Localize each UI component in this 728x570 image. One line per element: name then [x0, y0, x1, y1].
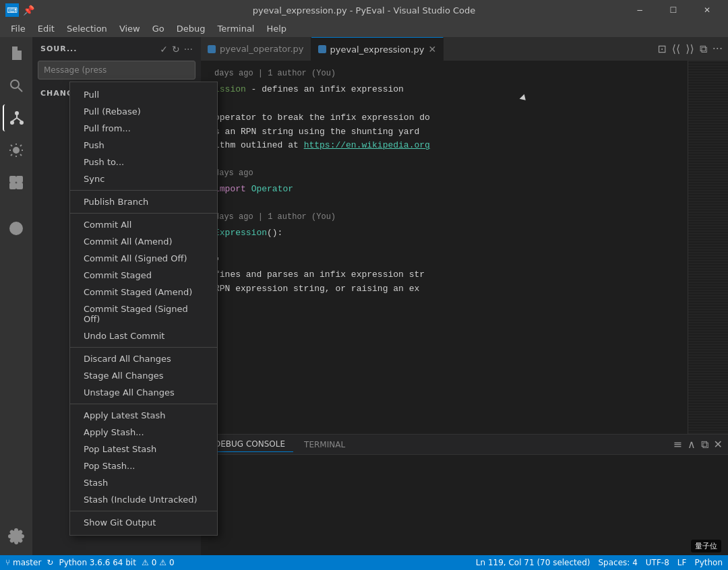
activity-extensions[interactable] — [3, 169, 30, 196]
split-view-icon[interactable]: ⧉ — [700, 42, 707, 55]
menu-item-push[interactable]: Push — [70, 137, 217, 154]
menu-item-push-to[interactable]: Push to... — [70, 154, 217, 170]
menu-item-commit-staged-signed[interactable]: Commit Staged (Signed Off) — [70, 300, 217, 327]
menu-item-sync[interactable]: Sync — [70, 170, 217, 187]
activity-debug[interactable] — [3, 137, 30, 164]
close-button[interactable]: ✕ — [692, 0, 723, 20]
menu-edit[interactable]: Edit — [32, 22, 60, 35]
menu-item-show-git-output[interactable]: Show Git Output — [70, 514, 217, 531]
terminal-panel: DEBUG CONSOLE TERMINAL ≡ ∧ ⧉ ✕ — [201, 434, 728, 555]
menu-selection[interactable]: Selection — [61, 22, 113, 35]
line-ending[interactable]: LF — [677, 558, 687, 567]
code-area: days ago | 1 author (You) ission - defin… — [201, 61, 728, 434]
tab-pyeval-operator[interactable]: pyeval_operator.py — [201, 37, 311, 61]
filter-icon[interactable]: ≡ — [673, 438, 681, 451]
split-terminal-icon[interactable]: ⧉ — [701, 438, 708, 451]
vscode-logo: ⌨ — [5, 3, 19, 17]
svg-rect-9 — [10, 177, 16, 182]
error-text: 0 — [152, 558, 157, 567]
menu-item-publish-branch[interactable]: Publish Branch — [70, 193, 217, 210]
activity-bar — [0, 37, 32, 555]
indentation[interactable]: Spaces: 4 — [599, 558, 638, 567]
encoding[interactable]: UTF-8 — [646, 558, 669, 567]
sidebar-title: SOUR... — [40, 44, 77, 53]
menu-item-stash-include-untracked[interactable]: Stash (Include Untracked) — [70, 491, 217, 508]
language-text: Python — [694, 558, 723, 567]
menu-debug[interactable]: Debug — [171, 22, 211, 35]
tab-terminal[interactable]: TERMINAL — [296, 437, 353, 452]
navigate-back-icon[interactable]: ⟨⟨ — [672, 42, 680, 55]
menu-item-commit-all-amend[interactable]: Commit All (Amend) — [70, 233, 217, 250]
refresh-icon[interactable]: ↻ — [172, 44, 180, 55]
menu-section-stash: Apply Latest Stash Apply Stash... Pop La… — [70, 404, 217, 509]
message-placeholder: Message (press — [44, 65, 107, 75]
tab-label-expression: pyeval_expression.py — [330, 44, 425, 55]
svg-line-1 — [18, 88, 22, 92]
menu-item-pop-stash[interactable]: Pop Stash... — [70, 457, 217, 474]
activity-git[interactable] — [3, 104, 30, 131]
menu-item-commit-all-signed[interactable]: Commit All (Signed Off) — [70, 250, 217, 267]
menu-item-apply-latest-stash[interactable]: Apply Latest Stash — [70, 407, 217, 424]
svg-line-6 — [12, 118, 17, 121]
menu-file[interactable]: File — [5, 22, 31, 35]
menu-section-output: Show Git Output — [70, 511, 217, 532]
error-icon: ⚠ — [142, 558, 149, 567]
sidebar-header: SOUR... ✓ ↻ ··· — [32, 37, 201, 61]
code-line-2: operator to break the infix expression d… — [214, 111, 674, 125]
pin-icon: 📌 — [23, 5, 34, 15]
menu-go[interactable]: Go — [147, 22, 170, 35]
window-title: pyeval_expression.py - PyEval - Visual S… — [253, 5, 476, 15]
terminal-tabs-bar: DEBUG CONSOLE TERMINAL ≡ ∧ ⧉ ✕ — [201, 435, 728, 455]
menu-item-apply-stash[interactable]: Apply Stash... — [70, 424, 217, 441]
split-editor-icon[interactable]: ⊡ — [657, 42, 666, 55]
error-count[interactable]: ⚠ 0 ⚠ 0 — [142, 558, 175, 567]
activity-search[interactable] — [3, 72, 30, 99]
menu-help[interactable]: Help — [261, 22, 292, 35]
python-version[interactable]: Python 3.6.6 64 bit — [59, 558, 136, 567]
commit-message-input[interactable]: Message (press — [38, 61, 195, 80]
blame-line-2: days ago — [214, 167, 674, 180]
menu-item-pull-rebase[interactable]: Pull (Rebase) — [70, 103, 217, 120]
tab-label-operator: pyeval_operator.py — [220, 44, 304, 54]
close-panel-icon[interactable]: ✕ — [714, 438, 723, 451]
code-line-3: s an RPN string using the shunting yard — [214, 125, 674, 139]
menu-item-undo-last-commit[interactable]: Undo Last Commit — [70, 327, 217, 344]
collapse-icon[interactable]: ∧ — [688, 438, 696, 451]
menu-item-pull-from[interactable]: Pull from... — [70, 120, 217, 137]
code-line-7: " — [214, 255, 674, 269]
terminal-content[interactable] — [201, 455, 728, 555]
status-left: ⑂ master ↻ Python 3.6.6 64 bit ⚠ 0 ⚠ 0 — [5, 558, 175, 567]
menu-item-stage-all[interactable]: Stage All Changes — [70, 367, 217, 384]
checkmark-icon[interactable]: ✓ — [160, 44, 168, 55]
menu-item-stash[interactable]: Stash — [70, 474, 217, 491]
code-content[interactable]: days ago | 1 author (You) ission - defin… — [201, 61, 688, 434]
maximize-button[interactable]: ☐ — [658, 0, 689, 20]
sync-indicator[interactable]: ↻ — [47, 558, 53, 567]
more-editor-icon[interactable]: ··· — [712, 42, 723, 55]
editor-area: pyeval_operator.py pyeval_expression.py … — [201, 37, 728, 555]
menu-item-discard-all[interactable]: Discard All Changes — [70, 350, 217, 367]
navigate-forward-icon[interactable]: ⟩⟩ — [686, 42, 694, 55]
code-line-6: Expression(): — [214, 226, 674, 241]
menu-item-pull[interactable]: Pull — [70, 86, 217, 103]
encoding-text: UTF-8 — [646, 558, 669, 567]
language-mode[interactable]: Python — [694, 558, 723, 567]
menu-item-commit-staged[interactable]: Commit Staged — [70, 267, 217, 284]
activity-settings[interactable] — [3, 523, 30, 550]
tab-pyeval-expression[interactable]: pyeval_expression.py ✕ — [311, 37, 444, 61]
tab-debug-console[interactable]: DEBUG CONSOLE — [206, 437, 293, 452]
cursor-position[interactable]: Ln 119, Col 71 (70 selected) — [476, 558, 590, 567]
menu-view[interactable]: View — [114, 22, 146, 35]
menu-item-commit-staged-amend[interactable]: Commit Staged (Amend) — [70, 284, 217, 300]
menu-terminal[interactable]: Terminal — [212, 22, 260, 35]
menu-item-pop-latest-stash[interactable]: Pop Latest Stash — [70, 441, 217, 457]
activity-history[interactable] — [3, 215, 30, 242]
spaces-text: Spaces: 4 — [599, 558, 638, 567]
menu-item-commit-all[interactable]: Commit All — [70, 216, 217, 233]
minimize-button[interactable]: − — [624, 0, 655, 20]
menu-item-unstage-all[interactable]: Unstage All Changes — [70, 384, 217, 401]
activity-files[interactable] — [3, 40, 30, 67]
branch-indicator[interactable]: ⑂ master — [5, 558, 41, 567]
tab-close-icon[interactable]: ✕ — [428, 44, 436, 55]
more-icon[interactable]: ··· — [184, 44, 193, 55]
